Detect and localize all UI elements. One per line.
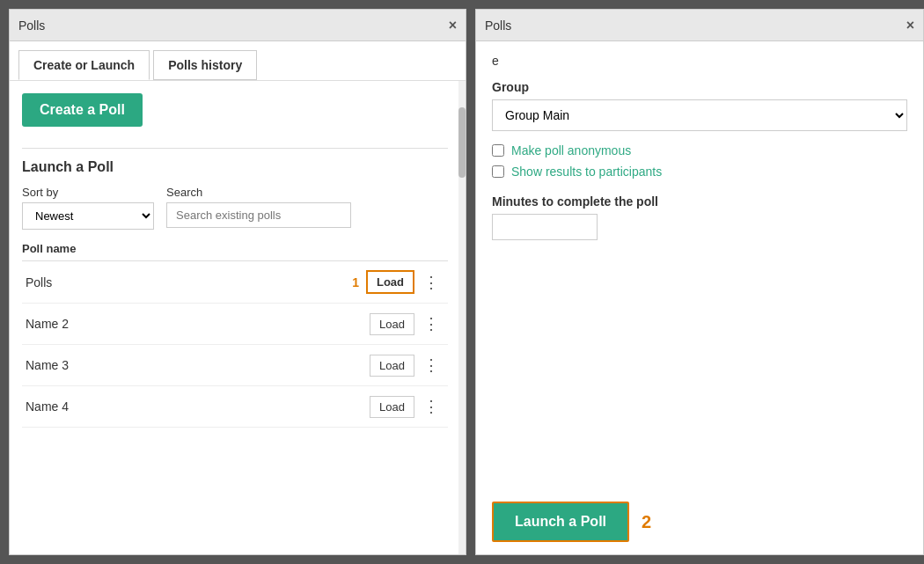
scroll-thumb xyxy=(458,107,466,178)
more-options-button-2[interactable]: ⋮ xyxy=(418,312,444,335)
search-input[interactable] xyxy=(166,202,351,228)
anonymous-row: Make poll anonymous xyxy=(492,143,907,157)
table-row: Name 3 Load ⋮ xyxy=(22,345,448,386)
left-panel-header: Polls × xyxy=(10,10,466,41)
launch-poll-heading: Launch a Poll xyxy=(22,159,448,175)
left-close-button[interactable]: × xyxy=(449,18,457,33)
show-results-row: Show results to participants xyxy=(492,165,907,179)
load-button-name3[interactable]: Load xyxy=(370,355,414,377)
tab-create-or-launch[interactable]: Create or Launch xyxy=(18,50,150,80)
bottom-row: Launch a Poll 2 xyxy=(492,484,907,542)
poll-item-name: Name 2 xyxy=(26,317,370,331)
poll-item-name: Name 4 xyxy=(26,399,370,414)
load-button-polls[interactable]: Load xyxy=(366,270,414,294)
left-panel-body: Create a Poll Launch a Poll Sort by Newe… xyxy=(10,81,466,554)
right-panel-title: Polls xyxy=(485,18,511,33)
group-label: Group xyxy=(492,80,907,94)
left-panel-title: Polls xyxy=(18,18,45,33)
search-label: Search xyxy=(166,186,351,199)
poll-list: Polls 1 Load ⋮ Name 2 Load ⋮ Name 3 Load… xyxy=(22,261,448,428)
tab-polls-history[interactable]: Polls history xyxy=(153,50,257,80)
sort-by-select[interactable]: Newest Oldest Alphabetical xyxy=(22,202,154,230)
right-panel-body: e Group Group Main Group A Group B Make … xyxy=(476,41,923,554)
right-panel: Polls × e Group Group Main Group A Group… xyxy=(475,9,924,555)
poll-item-name: Polls xyxy=(26,275,352,289)
scrollbar[interactable] xyxy=(458,81,466,554)
minutes-label: Minutes to complete the poll xyxy=(492,194,907,209)
bottom-number: 2 xyxy=(642,512,651,532)
table-row: Name 2 Load ⋮ xyxy=(22,304,448,345)
more-options-button-1[interactable]: ⋮ xyxy=(418,271,444,294)
launch-poll-button[interactable]: Launch a Poll xyxy=(492,502,629,542)
right-panel-header: Polls × xyxy=(476,10,923,41)
anonymous-checkbox[interactable] xyxy=(492,144,504,157)
load-button-name2[interactable]: Load xyxy=(370,313,414,335)
table-row: Name 4 Load ⋮ xyxy=(22,386,448,428)
more-options-button-3[interactable]: ⋮ xyxy=(418,354,444,377)
more-options-button-4[interactable]: ⋮ xyxy=(418,395,444,418)
left-panel: Polls × Create or Launch Polls history C… xyxy=(9,9,466,555)
load-button-name4[interactable]: Load xyxy=(370,396,414,418)
search-group: Search xyxy=(166,186,351,230)
minutes-input[interactable] xyxy=(492,214,598,240)
show-results-label[interactable]: Show results to participants xyxy=(511,165,662,179)
poll-item-number: 1 xyxy=(352,275,359,289)
poll-name-header: Poll name xyxy=(22,242,448,261)
right-close-button[interactable]: × xyxy=(906,18,914,33)
sort-by-label: Sort by xyxy=(22,186,154,199)
show-results-checkbox[interactable] xyxy=(492,165,504,178)
tabs-row: Create or Launch Polls history xyxy=(10,41,466,81)
create-poll-button[interactable]: Create a Poll xyxy=(22,93,143,127)
group-select[interactable]: Group Main Group A Group B xyxy=(492,99,907,131)
sort-by-group: Sort by Newest Oldest Alphabetical xyxy=(22,186,154,230)
table-row: Polls 1 Load ⋮ xyxy=(22,261,448,304)
anonymous-label[interactable]: Make poll anonymous xyxy=(511,143,631,157)
poll-item-name: Name 3 xyxy=(26,358,370,372)
filters-row: Sort by Newest Oldest Alphabetical Searc… xyxy=(22,186,448,230)
divider xyxy=(22,148,448,149)
right-search-value: e xyxy=(492,54,907,68)
